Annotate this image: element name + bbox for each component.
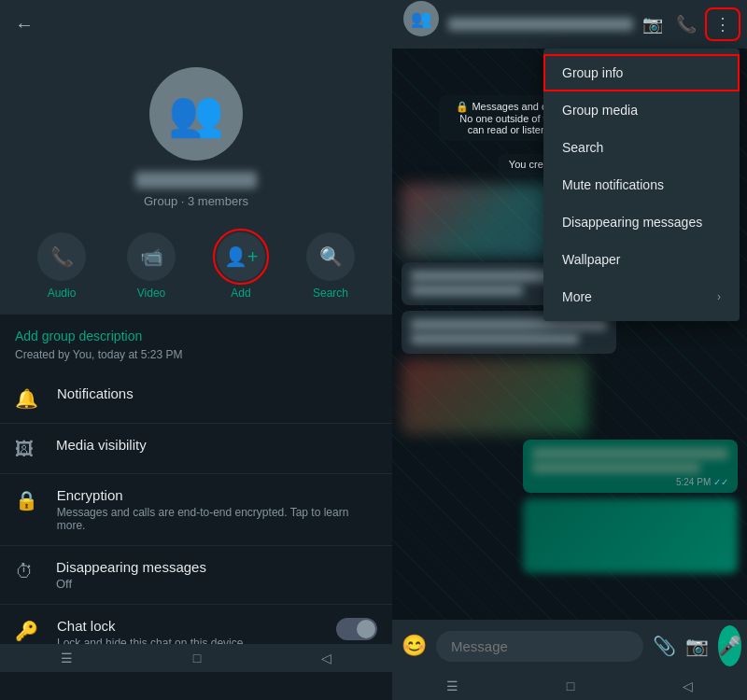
mute-label: Mute notifications <box>562 177 664 192</box>
disappearing-icon: ⏱ <box>15 561 37 582</box>
image-bubble-2 <box>402 359 588 434</box>
group-created-text: Created by You, today at 5:23 PM <box>15 348 377 361</box>
group-info-label: Group info <box>562 65 623 80</box>
add-person-icon: 👤+ <box>217 232 265 281</box>
chat-lock-toggle[interactable] <box>336 618 377 640</box>
encryption-item[interactable]: 🔒 Encryption Messages and calls are end-… <box>0 474 392 546</box>
group-subtitle: Group · 3 members <box>144 194 248 208</box>
attach-button[interactable]: 📎 <box>653 635 676 657</box>
mic-icon: 🎤 <box>718 635 741 657</box>
video-call-icon[interactable]: 📷 <box>642 14 663 35</box>
add-button[interactable]: 👤+ Add <box>204 232 278 300</box>
more-label: More <box>562 289 592 304</box>
add-label: Add <box>231 287 250 300</box>
dropdown-search[interactable]: Search <box>543 129 740 166</box>
outgoing-bubble-1: 5:24 PM ✓✓ <box>523 440 738 493</box>
search-label: Search <box>562 140 603 155</box>
top-nav: ← <box>0 0 392 49</box>
disappearing-messages-item[interactable]: ⏱ Disappearing messages Off <box>0 546 392 605</box>
outgoing-bubble-2 <box>523 498 738 573</box>
media-title: Media visibility <box>56 437 147 453</box>
media-icon: 🖼 <box>15 439 37 460</box>
emoji-button[interactable]: 😊 <box>402 634 427 658</box>
outgoing-time: 5:24 PM ✓✓ <box>532 477 728 487</box>
video-label: Video <box>137 287 165 300</box>
camera-button[interactable]: 📷 <box>685 635 709 657</box>
media-visibility-item[interactable]: 🖼 Media visibility <box>0 424 392 474</box>
right-back-icon[interactable]: ◁ <box>683 679 693 693</box>
chat-avatar: 👥 <box>403 1 439 36</box>
notifications-icon: 🔔 <box>15 387 38 410</box>
video-icon: 📹 <box>127 232 176 281</box>
chat-header: 👥 📷 📞 ⋮ <box>392 0 747 49</box>
blur-text-4 <box>411 333 579 344</box>
search-icon: 🔍 <box>306 232 355 281</box>
left-panel: ← 👥 Group · 3 members 📞 Audio 📹 Video 👤+… <box>0 0 392 672</box>
audio-icon: 📞 <box>37 232 86 281</box>
right-chat-panel: 👥 📷 📞 ⋮ Today 🔒 Messages and calls are e… <box>392 0 747 700</box>
encryption-content: Encryption Messages and calls are end-to… <box>57 487 377 532</box>
profile-section: 👥 Group · 3 members <box>0 49 392 217</box>
group-description-section: Add group description Created by You, to… <box>0 315 392 365</box>
chat-header-icons: 📷 📞 ⋮ <box>642 12 736 36</box>
blur-text-out-2 <box>532 462 700 473</box>
toggle-switch[interactable] <box>336 618 377 640</box>
search-button[interactable]: 🔍 Search <box>293 232 368 300</box>
disappearing-value: Off <box>56 577 206 591</box>
add-description-link[interactable]: Add group description <box>15 329 142 343</box>
encryption-subtitle: Messages and calls are end-to-end encryp… <box>57 506 377 532</box>
audio-label: Audio <box>48 287 77 300</box>
left-bottom-nav: ☰ □ ◁ <box>0 644 392 672</box>
right-home-icon[interactable]: □ <box>567 679 574 693</box>
avatar-icon: 👥 <box>168 88 224 140</box>
encryption-title: Encryption <box>57 487 377 503</box>
more-options-icon: ⋮ <box>714 15 731 34</box>
disappearing-title: Disappearing messages <box>56 559 206 575</box>
dropdown-group-info[interactable]: Group info <box>543 54 740 91</box>
search-label: Search <box>313 287 348 300</box>
video-button[interactable]: 📹 Video <box>114 232 189 300</box>
settings-list: 🔔 Notifications 🖼 Media visibility 🔒 Enc… <box>0 372 392 672</box>
dropdown-more[interactable]: More › <box>543 278 740 315</box>
chat-lock-title: Chat lock <box>57 618 247 634</box>
disappearing-content: Disappearing messages Off <box>56 559 206 591</box>
chat-input-bar: 😊 📎 📷 🎤 <box>392 620 747 672</box>
right-menu-icon[interactable]: ☰ <box>446 679 458 693</box>
audio-button[interactable]: 📞 Audio <box>24 232 99 300</box>
menu-icon[interactable]: ☰ <box>61 651 73 665</box>
right-bottom-nav: ☰ □ ◁ <box>392 672 747 700</box>
chat-name-blur <box>448 18 633 31</box>
message-input[interactable] <box>436 631 643 662</box>
dropdown-menu: Group info Group media Search Mute notif… <box>543 49 740 321</box>
dropdown-disappearing[interactable]: Disappearing messages <box>543 203 740 241</box>
blur-text-2 <box>411 285 523 296</box>
notifications-content: Notifications <box>57 385 134 401</box>
media-content: Media visibility <box>56 437 147 453</box>
back-nav-icon[interactable]: ◁ <box>321 651 331 665</box>
back-button[interactable]: ← <box>15 14 34 35</box>
dropdown-group-media[interactable]: Group media <box>543 91 740 129</box>
disappearing-label: Disappearing messages <box>562 215 702 230</box>
chevron-right-icon: › <box>717 290 721 303</box>
notifications-item[interactable]: 🔔 Notifications <box>0 372 392 424</box>
group-media-label: Group media <box>562 103 638 118</box>
chat-lock-icon: 🔑 <box>15 620 38 642</box>
encryption-icon: 🔒 <box>15 489 38 511</box>
three-dots-button[interactable]: ⋮ <box>710 12 736 36</box>
dropdown-mute[interactable]: Mute notifications <box>543 166 740 203</box>
mic-button[interactable]: 🎤 <box>718 625 741 666</box>
blur-text-out-1 <box>532 448 728 459</box>
group-avatar: 👥 <box>149 67 243 161</box>
dropdown-wallpaper[interactable]: Wallpaper <box>543 241 740 278</box>
incoming-message-3 <box>402 359 738 434</box>
group-name-blur <box>135 172 257 189</box>
home-icon[interactable]: □ <box>193 651 201 665</box>
outgoing-message-2 <box>402 498 738 573</box>
toggle-knob <box>357 620 375 638</box>
action-buttons: 📞 Audio 📹 Video 👤+ Add 🔍 Search <box>0 217 392 315</box>
wallpaper-label: Wallpaper <box>562 252 621 267</box>
voice-call-icon[interactable]: 📞 <box>676 14 697 35</box>
outgoing-message-1: 5:24 PM ✓✓ <box>402 440 738 493</box>
notifications-title: Notifications <box>57 385 134 401</box>
read-checks: ✓✓ <box>713 477 728 487</box>
